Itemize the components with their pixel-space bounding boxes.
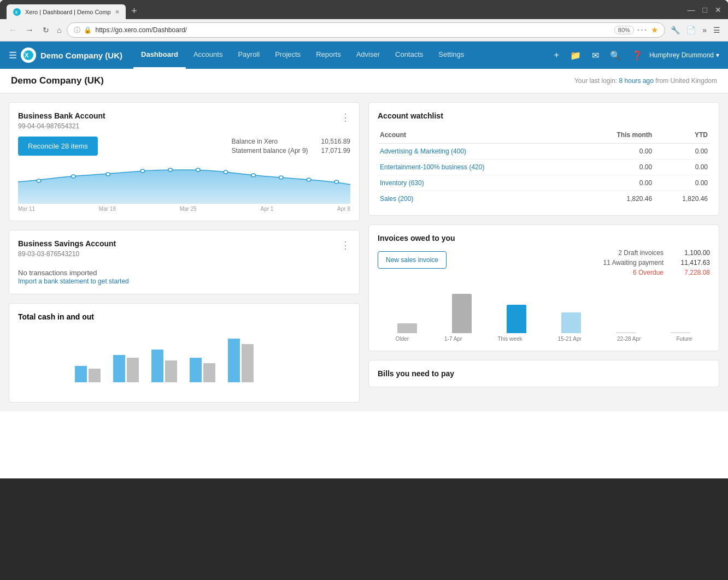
xero-logo-icon: X: [21, 48, 36, 63]
account-link[interactable]: Inventory (630): [380, 179, 424, 187]
home-button[interactable]: ⌂: [55, 23, 63, 37]
cash-bar-chart: [18, 328, 350, 393]
forward-button[interactable]: →: [22, 23, 37, 37]
bookmark-star[interactable]: ★: [651, 25, 658, 35]
user-menu[interactable]: Humphrey Drummond ▾: [649, 51, 719, 59]
22-28-apr-bar: [616, 332, 636, 333]
account-link[interactable]: Sales (200): [380, 195, 413, 203]
files-button[interactable]: 📁: [566, 47, 585, 64]
tools-button[interactable]: 🔧: [668, 23, 682, 37]
nav-contacts[interactable]: Contacts: [388, 42, 431, 69]
nav-settings[interactable]: Settings: [431, 42, 472, 69]
watchlist-cell-account: Sales (200): [378, 191, 580, 207]
new-tab-button[interactable]: +: [127, 3, 142, 19]
xero-nav-right: + 📁 ✉ 🔍 ❓ Humphrey Drummond ▾: [550, 47, 719, 64]
svg-point-10: [224, 170, 228, 174]
xero-top-nav: ☰ X Demo Company (UK) Dashboard Accounts…: [0, 42, 728, 69]
overdue-value: 7,228.08: [674, 269, 710, 276]
account-link[interactable]: Entertainment-100% business (420): [380, 163, 484, 171]
watchlist-row-advertising: Advertising & Marketing (400) 0.00 0.00: [378, 144, 710, 159]
new-invoice-button[interactable]: New sales invoice: [378, 251, 447, 269]
chart-x-labels: Mar 11 Mar 18 Mar 25 Apr 1 Apr 8: [18, 206, 350, 212]
inbox-button[interactable]: ✉: [588, 47, 603, 64]
extensions-button[interactable]: »: [700, 23, 709, 37]
reconcile-button[interactable]: Reconcile 28 items: [18, 137, 98, 156]
svg-point-12: [279, 176, 284, 179]
bills-title: Bills you need to pay: [378, 369, 710, 378]
left-column: Business Bank Account 99-04-04-987654321…: [9, 102, 360, 403]
bar-label-older: Older: [396, 336, 409, 342]
chart-label-mar18: Mar 18: [99, 206, 116, 212]
import-statement-link[interactable]: Import a bank statement to get started: [18, 277, 129, 285]
info-icon: ⓘ: [74, 26, 80, 35]
url-text: https://go.xero.com/Dashboard/: [95, 26, 610, 34]
hamburger-icon[interactable]: ☰: [9, 50, 16, 61]
watchlist-cell-ytd: 0.00: [654, 144, 710, 159]
nav-adviser[interactable]: Adviser: [349, 42, 388, 69]
search-button[interactable]: 🔍: [606, 47, 625, 64]
url-bar[interactable]: ⓘ 🔒 https://go.xero.com/Dashboard/ 80% ·…: [67, 22, 665, 38]
dashboard-grid: Business Bank Account 99-04-04-987654321…: [0, 93, 728, 411]
menu-button[interactable]: ☰: [711, 23, 723, 37]
total-cash-title: Total cash in and out: [18, 312, 350, 321]
svg-point-13: [307, 178, 311, 181]
watchlist-header-row: Account This month YTD: [378, 127, 710, 144]
svg-rect-21: [127, 358, 139, 382]
svg-rect-15: [75, 366, 87, 382]
bar-label-15-21-apr: 15-21 Apr: [558, 336, 582, 342]
svg-text:X: X: [15, 10, 18, 14]
close-button[interactable]: ✕: [715, 5, 721, 14]
nav-projects[interactable]: Projects: [267, 42, 308, 69]
nav-reports[interactable]: Reports: [308, 42, 349, 69]
xero-logo-area: ☰ X Demo Company (UK): [9, 48, 122, 63]
watchlist-table: Account This month YTD Advertising & Mar…: [378, 127, 710, 206]
browser-tab[interactable]: X Xero | Dashboard | Demo Comp ×: [7, 4, 126, 19]
watchlist-cell-month: 0.00: [580, 144, 654, 159]
account-watchlist-card: Account watchlist Account This month YTD: [368, 102, 719, 216]
zoom-level[interactable]: 80%: [614, 26, 634, 34]
bank-card-header: Business Bank Account 99-04-04-987654321…: [18, 111, 350, 137]
reader-button[interactable]: 📄: [684, 23, 698, 37]
watchlist-cell-month: 1,820.46: [580, 191, 654, 207]
future-bar: [671, 332, 690, 333]
svg-rect-19: [228, 339, 240, 382]
add-button[interactable]: +: [550, 47, 563, 63]
nav-dashboard[interactable]: Dashboard: [133, 42, 186, 69]
watchlist-cell-month: 0.00: [580, 175, 654, 191]
draft-value: 1,100.00: [674, 249, 710, 257]
business-bank-account-card: Business Bank Account 99-04-04-987654321…: [9, 102, 360, 221]
reload-button[interactable]: ↻: [40, 23, 51, 37]
back-button[interactable]: ←: [5, 23, 21, 37]
svg-point-9: [196, 168, 201, 171]
page-header: Demo Company (UK) Your last login: 8 hou…: [0, 69, 728, 93]
bank-card-title: Business Bank Account: [18, 111, 105, 120]
bar-label-22-28-apr: 22-28 Apr: [617, 336, 641, 342]
statement-balance-label: Statement balance (Apr 9): [232, 147, 308, 155]
browser-window: X Xero | Dashboard | Demo Comp × + — □ ✕…: [0, 0, 728, 580]
bank-card-title-area: Business Bank Account 99-04-04-987654321: [18, 111, 105, 137]
savings-card-title: Business Savings Account: [18, 239, 116, 248]
help-button[interactable]: ❓: [627, 47, 647, 64]
inv-bar-1-7-apr: [452, 294, 472, 333]
watchlist-row-sales: Sales (200) 1,820.46 1,820.46: [378, 191, 710, 207]
username: Humphrey Drummond: [649, 51, 714, 59]
nav-payroll[interactable]: Payroll: [230, 42, 267, 69]
maximize-button[interactable]: □: [703, 5, 707, 14]
watchlist-row-inventory: Inventory (630) 0.00 0.00: [378, 175, 710, 191]
tab-close-btn[interactable]: ×: [115, 8, 120, 16]
url-more-button[interactable]: ···: [637, 25, 648, 35]
statement-balance-row: Statement balance (Apr 9) 17,071.99: [232, 147, 350, 155]
svg-point-11: [251, 174, 256, 177]
browser-tools: 🔧 📄 » ☰: [668, 23, 723, 37]
nav-accounts[interactable]: Accounts: [186, 42, 230, 69]
last-login-time-link[interactable]: 8 hours ago: [619, 77, 654, 85]
account-link[interactable]: Advertising & Marketing (400): [380, 147, 466, 155]
watchlist-cell-account: Inventory (630): [378, 175, 580, 191]
15-21-apr-bar: [561, 312, 581, 333]
savings-card-menu[interactable]: ⋮: [340, 239, 350, 251]
watchlist-cell-ytd: 1,820.46: [654, 191, 710, 207]
svg-rect-20: [89, 369, 101, 382]
bank-card-menu[interactable]: ⋮: [340, 111, 350, 123]
minimize-button[interactable]: —: [688, 5, 695, 14]
secure-icon: 🔒: [84, 26, 92, 34]
